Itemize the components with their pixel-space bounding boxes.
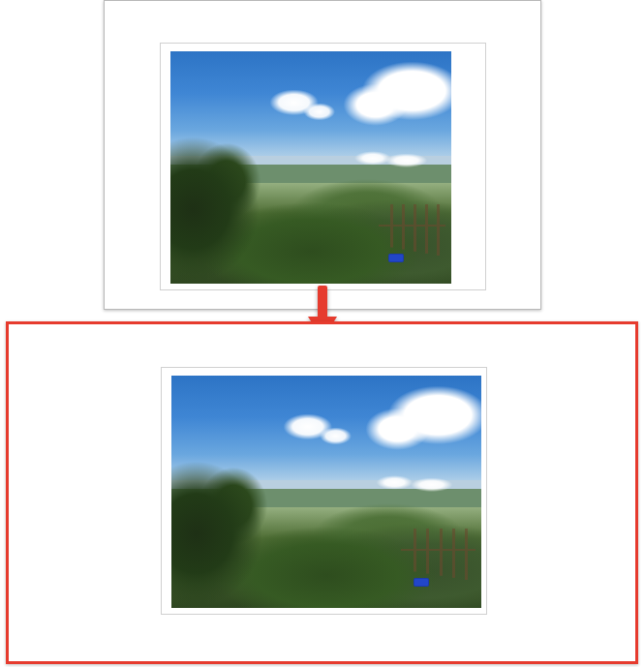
chart-container-after[interactable] <box>161 367 487 615</box>
document-page-after <box>6 321 638 664</box>
chart-plot-area-before <box>170 51 451 284</box>
landscape-photo-icon <box>170 51 451 284</box>
chart-plot-area-after <box>171 376 481 608</box>
landscape-photo-icon <box>171 376 481 608</box>
chart-container-before[interactable] <box>160 43 486 290</box>
document-page-before <box>104 0 541 310</box>
